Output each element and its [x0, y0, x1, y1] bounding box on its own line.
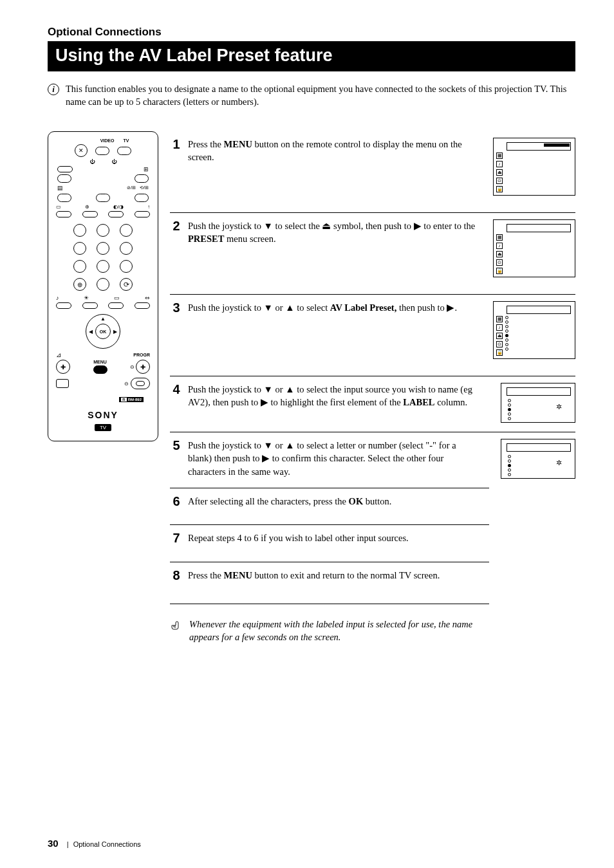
- plus-icon: ⊕: [85, 204, 89, 210]
- step-2: 2 Push the joystick to ▼ to select the ⏏…: [170, 212, 575, 294]
- remote-slim-button: [108, 302, 124, 309]
- number-button: [97, 224, 109, 237]
- remote-slim-button: [135, 211, 150, 217]
- text-icon: ▭: [56, 204, 61, 210]
- swap-icon: ◐/◑: [113, 204, 124, 210]
- power-icon: ⏻: [111, 159, 116, 165]
- tv-power-button: [117, 147, 131, 155]
- menu-label: MENU: [93, 360, 107, 364]
- dots-column: [505, 316, 508, 351]
- misc-button: ⊕: [73, 278, 86, 291]
- step-1: 1 Press the MENU button on the remote co…: [170, 131, 575, 212]
- lock-menu-icon: 🔒: [496, 186, 503, 192]
- icon-pair: ⊘/⊞: [127, 185, 136, 190]
- preset-menu-icon: ⏏: [496, 169, 503, 176]
- volume-pad: ✚: [56, 360, 70, 374]
- joystick-up-icon: ▲: [100, 316, 106, 322]
- list-icon: ▤: [57, 185, 63, 191]
- sleep-icon: ⊖: [130, 364, 135, 370]
- dots-column: [508, 399, 511, 420]
- number-button: [120, 260, 133, 273]
- grid-icon: ⊞: [144, 166, 149, 172]
- remote-slim-button: [56, 302, 71, 309]
- remote-slim-button: [82, 302, 98, 309]
- number-button: [73, 224, 86, 237]
- remote-oval-button: [57, 194, 71, 202]
- sound-menu-icon: ♪: [496, 161, 503, 167]
- step-text: After selecting all the characters, pres…: [188, 495, 489, 508]
- step-text: Push the joystick to ▼ or ▲ to select th…: [188, 383, 488, 409]
- step-number: 8: [170, 569, 183, 582]
- footer-separator: |: [67, 840, 69, 848]
- note-text: Whenever the equipment with the labeled …: [189, 618, 489, 643]
- brand-label: SONY: [53, 410, 153, 420]
- tv-tag: TV: [95, 424, 111, 431]
- step-number: 1: [170, 138, 183, 151]
- preset-menu-icon: ⏏: [496, 251, 503, 257]
- step-text: Press the MENU button on the remote cont…: [188, 138, 488, 164]
- loading-icon: ✲: [556, 403, 562, 411]
- step-number: 2: [170, 219, 183, 232]
- note-block: Whenever the equipment with the labeled …: [170, 604, 489, 643]
- power-icon: ⏻: [89, 159, 95, 165]
- menu-thumbnail: ▦ ♪ ⏏ ⊙ 🔒: [493, 138, 575, 196]
- step-number: 5: [170, 439, 183, 452]
- remote-oval-button: [57, 174, 71, 183]
- timer-menu-icon: ⊙: [496, 259, 503, 266]
- intro-text: This function enables you to designate a…: [66, 83, 575, 108]
- step-text: Push the joystick to ▼ or ▲ to select a …: [188, 439, 488, 478]
- step-8: 8 Press the MENU button to exit and retu…: [170, 562, 489, 604]
- loading-icon: ✲: [556, 459, 562, 467]
- remote-slim-button: [56, 211, 71, 217]
- number-button: [73, 260, 86, 273]
- refresh-button: ⟳: [120, 278, 133, 291]
- remote-oval-button: [135, 194, 149, 202]
- number-button: [73, 242, 86, 255]
- page-title: Using the AV Label Preset feature: [48, 42, 575, 71]
- remote-oval-button: [57, 166, 73, 172]
- remote-oval-button: [135, 174, 149, 183]
- remote-slim-button: [135, 302, 150, 309]
- step-number: 4: [170, 383, 183, 396]
- remote-tv-label: TV: [123, 138, 129, 143]
- page-footer: 30 | Optional Connections: [48, 838, 141, 849]
- label-thumbnail: ✲: [501, 383, 575, 423]
- number-button: [120, 242, 133, 255]
- remote-slim-button: [108, 211, 124, 217]
- step-number: 3: [170, 301, 183, 314]
- section-heading: Optional Connections: [48, 26, 575, 39]
- aspect-icon: ⇔: [145, 295, 150, 301]
- remote-slim-button: [82, 211, 98, 217]
- joystick-left-icon: ◀: [89, 329, 93, 335]
- brightness-icon: ☀: [84, 295, 89, 301]
- remote-illustration: VIDEO TV ✕ ⏻ ⏻ ⊞ ▤: [48, 131, 158, 441]
- number-button: [120, 224, 133, 237]
- lock-menu-icon: 🔒: [496, 268, 503, 274]
- steps-list: 1 Press the MENU button on the remote co…: [170, 131, 575, 643]
- joystick: ▲ ◀ ▶ OK: [86, 314, 120, 349]
- prog-pad: ✚: [136, 360, 150, 374]
- progr-label: PROGR: [133, 353, 150, 357]
- menu-icon: ▦: [496, 234, 503, 241]
- menu-thumbnail: ▦ ♪ ⏏ ⊙ 🔒: [493, 219, 575, 277]
- label-thumbnail: ✲: [501, 439, 575, 479]
- page-number: 30: [48, 838, 59, 849]
- model-label: RRM-892: [119, 397, 144, 402]
- step-6: 6 After selecting all the characters, pr…: [170, 488, 489, 524]
- step-text: Repeat steps 4 to 6 if you wish to label…: [188, 531, 489, 544]
- menu-thumbnail: ▦♪⏏⊙🔒: [493, 301, 575, 359]
- timer-menu-icon: ⊙: [496, 178, 503, 184]
- footer-section: Optional Connections: [73, 840, 141, 848]
- rect-button: [56, 379, 69, 388]
- step-number: 7: [170, 531, 183, 544]
- number-button: [97, 260, 109, 273]
- step-4: 4 Push the joystick to ▼ or ▲ to select …: [170, 376, 575, 432]
- step-7: 7 Repeat steps 4 to 6 if you wish to lab…: [170, 524, 489, 561]
- joystick-right-icon: ▶: [113, 329, 117, 335]
- step-text: Push the joystick to ▼ to select the ⏏ s…: [188, 219, 488, 246]
- number-button: [97, 278, 109, 291]
- dots-column: [508, 455, 511, 476]
- step-number: 6: [170, 495, 183, 508]
- eject-icon: ⊖: [124, 381, 129, 387]
- intro-block: i This function enables you to designate…: [48, 83, 575, 108]
